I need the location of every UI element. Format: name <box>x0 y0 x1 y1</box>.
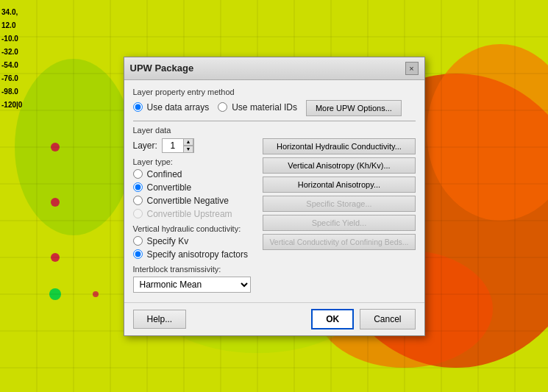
convertible-radio[interactable] <box>133 182 143 192</box>
layer-input[interactable] <box>163 139 183 152</box>
cancel-button[interactable]: Cancel <box>360 309 415 329</box>
specific-yield-button[interactable]: Specific Yield... <box>263 215 415 231</box>
convertible-row: Convertible <box>133 182 256 193</box>
specify-kv-row: Specify Kv <box>133 235 256 247</box>
use-arrays-radio[interactable] <box>133 102 143 112</box>
layer-label: Layer: <box>133 140 157 151</box>
use-material-ids-label[interactable]: Use material IDs <box>232 102 297 113</box>
layer-row: Layer: ▲ ▼ <box>133 138 256 153</box>
footer-right-buttons: OK Cancel <box>311 309 415 329</box>
interblock-dropdown[interactable]: Harmonic Mean Arithmetic Mean Logarithmi… <box>133 277 251 293</box>
left-panel: Layer: ▲ ▼ Layer type: Conf <box>133 138 256 293</box>
layer-property-label: Layer property entry method <box>133 88 416 96</box>
specify-anisotropy-row: Specify anisotropy factors <box>133 249 256 260</box>
close-button[interactable]: × <box>405 62 419 75</box>
use-arrays-row: Use data arrays <box>133 101 210 113</box>
specify-anisotropy-radio[interactable] <box>133 249 143 259</box>
confined-radio[interactable] <box>133 169 143 179</box>
use-arrays-label[interactable]: Use data arrays <box>147 102 210 113</box>
right-panel: Horizontal Hydraulic Conductivity... Ver… <box>263 138 415 250</box>
layer-type-label: Layer type: <box>133 157 256 166</box>
divider-1 <box>133 121 416 121</box>
vertical-hydraulic-label: Vertical hydraulic conductivity: <box>133 224 256 233</box>
dialog-footer: Help... OK Cancel <box>124 302 424 335</box>
dropdown-row: Harmonic Mean Arithmetic Mean Logarithmi… <box>133 277 256 293</box>
specify-anisotropy-label[interactable]: Specify anisotropy factors <box>147 249 248 260</box>
confined-row: Confined <box>133 168 256 180</box>
confined-label[interactable]: Confined <box>147 169 182 179</box>
spinner-up-button[interactable]: ▲ <box>183 138 193 146</box>
convertible-negative-label[interactable]: Convertible Negative <box>147 196 229 206</box>
upw-package-dialog: UPW Package × Layer property entry metho… <box>124 57 425 336</box>
specify-kv-radio[interactable] <box>133 236 143 246</box>
content-area: Layer: ▲ ▼ Layer type: Conf <box>133 138 416 293</box>
convertible-upstream-row: Convertible Upstream <box>133 208 256 220</box>
specify-kv-label[interactable]: Specify Kv <box>147 236 189 246</box>
dialog-body: Layer property entry method Use data arr… <box>124 80 424 302</box>
layer-data-label: Layer data <box>133 126 416 135</box>
dialog-titlebar: UPW Package × <box>124 57 424 80</box>
specific-storage-button[interactable]: Specific Storage... <box>263 196 415 212</box>
spinner-down-button[interactable]: ▼ <box>183 146 193 153</box>
dialog-title: UPW Package <box>130 63 194 74</box>
layer-spinner: ▲ ▼ <box>162 138 194 153</box>
spinner-buttons: ▲ ▼ <box>183 138 193 153</box>
interblock-label: Interblock transmissivity: <box>133 265 256 274</box>
vertical-conductivity-button[interactable]: Vertical Conductivity of Confining Beds.… <box>263 234 415 250</box>
help-button[interactable]: Help... <box>133 310 187 329</box>
horizontal-anisotropy-button[interactable]: Horizontal Anisotropy... <box>263 177 415 193</box>
use-material-ids-row: Use material IDs <box>218 101 297 113</box>
convertible-upstream-radio[interactable] <box>133 209 143 218</box>
horizontal-hydraulic-button[interactable]: Horizontal Hydraulic Conductivity... <box>263 138 415 154</box>
convertible-label[interactable]: Convertible <box>147 182 192 193</box>
vertical-anisotropy-button[interactable]: Vertical Anisotropy (Kh/Kv)... <box>263 157 415 174</box>
dialog-overlay: UPW Package × Layer property entry metho… <box>0 0 548 392</box>
ok-button[interactable]: OK <box>311 309 354 329</box>
convertible-negative-radio[interactable] <box>133 196 143 205</box>
use-material-ids-radio[interactable] <box>218 102 227 112</box>
convertible-negative-row: Convertible Negative <box>133 195 256 207</box>
convertible-upstream-label[interactable]: Convertible Upstream <box>147 209 232 219</box>
more-upw-options-button[interactable]: More UPW Options... <box>306 100 402 116</box>
